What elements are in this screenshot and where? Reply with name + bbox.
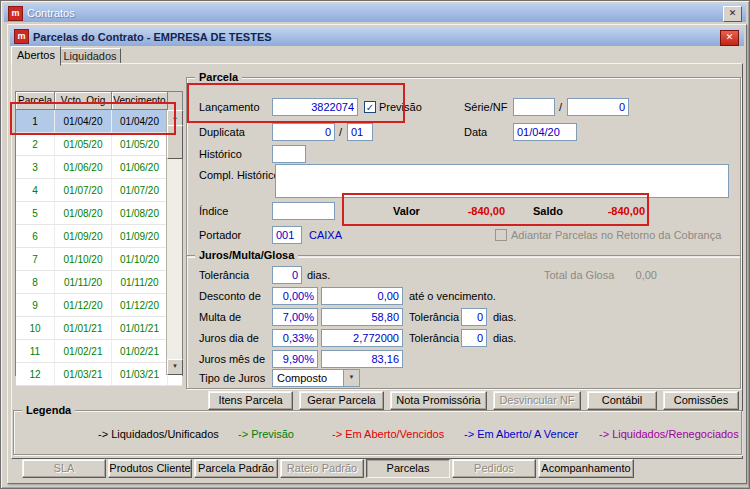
historico-input[interactable]: [272, 145, 306, 163]
scroll-down-icon[interactable]: ▼: [167, 359, 183, 375]
total-glosa-label: Total da Glosa: [544, 266, 614, 284]
data-input[interactable]: 01/04/20: [513, 123, 577, 141]
juros-group: Juros/Multa/Glosa Tolerância 0 dias. Tot…: [186, 255, 741, 389]
gerar-parcela-button[interactable]: Gerar Parcela: [299, 391, 384, 410]
outer-window-title: Contratos: [27, 7, 75, 19]
outer-close-icon[interactable]: ✕: [723, 6, 742, 22]
multa-tolerancia-input[interactable]: 0: [461, 308, 487, 326]
table-row[interactable]: 1 01/04/20 01/04/20: [16, 110, 182, 133]
cell-vcto-orig: 01/07/20: [55, 179, 112, 201]
outer-window: m Contratos ✕ m Parcelas do Contrato - E…: [0, 0, 750, 489]
juros-mes-valor-input[interactable]: 83,16: [321, 350, 403, 368]
multa-valor-input[interactable]: 58,80: [321, 308, 403, 326]
juros-dia-tolerancia-input[interactable]: 0: [461, 329, 487, 347]
compl-historico-label: Compl. Histórico: [199, 166, 280, 184]
juros-mes-pct-input[interactable]: 9,90%: [272, 350, 318, 368]
desconto-valor-input[interactable]: 0,00: [321, 287, 403, 305]
column-header-vencimento[interactable]: Vencimento: [112, 92, 168, 110]
table-row[interactable]: 12 01/03/21 01/03/21: [16, 363, 182, 386]
column-header-parcela[interactable]: Parcela: [16, 92, 55, 110]
juros-dia-suffix: dias.: [493, 329, 516, 347]
parcelas-button[interactable]: Parcelas: [366, 459, 450, 478]
scroll-up-icon[interactable]: ▲: [167, 110, 183, 126]
column-header-vcto-orig[interactable]: Vcto. Orig: [55, 92, 112, 110]
compl-historico-input[interactable]: [275, 164, 729, 198]
cell-vcto-orig: 01/08/20: [55, 202, 112, 224]
table-row[interactable]: 11 01/02/21 01/02/21: [16, 340, 182, 363]
duplicata-seq-input[interactable]: 01: [347, 123, 373, 141]
nota-promissoria-button[interactable]: Nota Promissória: [390, 391, 487, 410]
contabil-button[interactable]: Contábil: [587, 391, 657, 410]
legenda-title: Legenda: [22, 404, 75, 416]
juros-dia-pct-input[interactable]: 0,33%: [272, 329, 318, 347]
indice-input[interactable]: [272, 202, 335, 220]
dropdown-arrow-icon[interactable]: ▼: [343, 370, 359, 386]
cell-vencimento: 01/06/20: [112, 156, 168, 178]
juros-dia-tolerancia-label: Tolerância: [409, 329, 459, 347]
cell-parcela: 12: [16, 363, 55, 385]
tolerancia-input[interactable]: 0: [272, 266, 302, 284]
cell-parcela: 3: [16, 156, 55, 178]
desconto-pct-input[interactable]: 0,00%: [272, 287, 318, 305]
cell-vencimento: 01/12/20: [112, 294, 168, 316]
tipo-juros-label: Tipo de Juros: [199, 369, 265, 387]
portador-input[interactable]: 001: [272, 226, 302, 244]
desvincular-nf-button: Desvincular NF: [493, 391, 581, 410]
legend-previsao: -> Previsão: [238, 428, 294, 440]
table-scrollbar[interactable]: ▲ ▼: [166, 110, 182, 375]
table-row[interactable]: 9 01/12/20 01/12/20: [16, 294, 182, 317]
cell-parcela: 2: [16, 133, 55, 155]
cell-vcto-orig: 01/12/20: [55, 294, 112, 316]
tipo-juros-select[interactable]: Composto ▼: [272, 369, 360, 387]
inner-close-icon[interactable]: ✕: [720, 30, 739, 46]
serie-input[interactable]: [513, 98, 555, 116]
juros-group-title: Juros/Multa/Glosa: [195, 249, 298, 261]
parcela-padrao-button[interactable]: Parcela Padrão: [194, 459, 278, 478]
juros-dia-valor-input[interactable]: 2,772000: [321, 329, 403, 347]
table-row[interactable]: 10 01/01/21 01/01/21: [16, 317, 182, 340]
cell-parcela: 6: [16, 225, 55, 247]
outer-titlebar[interactable]: m Contratos ✕: [4, 4, 746, 22]
table-row[interactable]: 3 01/06/20 01/06/20: [16, 156, 182, 179]
parcela-group: Parcela Lançamento 3822074 ✓ Previsão Sé…: [186, 77, 741, 257]
cell-vcto-orig: 01/02/21: [55, 340, 112, 362]
table-row[interactable]: 6 01/09/20 01/09/20: [16, 225, 182, 248]
itens-parcela-button[interactable]: Itens Parcela: [208, 391, 293, 410]
valor-label: Valor: [393, 202, 420, 220]
comissoes-button[interactable]: Comissões: [663, 391, 739, 410]
cell-parcela: 7: [16, 248, 55, 270]
serie-nf-label: Série/NF: [464, 98, 507, 116]
scrollbar-thumb[interactable]: [167, 125, 183, 159]
table-header: Parcela Vcto. Orig Vencimento: [16, 92, 182, 110]
cell-vencimento: 01/09/20: [112, 225, 168, 247]
acompanhamento-button[interactable]: Acompanhamento: [538, 459, 634, 478]
table-row[interactable]: 7 01/10/20 01/10/20: [16, 248, 182, 271]
legend-em-aberto-vencidos: -> Em Aberto/Vencidos: [332, 428, 444, 440]
table-row[interactable]: 8 01/11/20 01/11/20: [16, 271, 182, 294]
lancamento-input[interactable]: 3822074: [272, 98, 358, 116]
table-row[interactable]: 2 01/05/20 01/05/20: [16, 133, 182, 156]
cell-vencimento: 01/02/21: [112, 340, 168, 362]
produtos-cliente-button[interactable]: Produtos Cliente: [108, 459, 192, 478]
cell-vcto-orig: 01/03/21: [55, 363, 112, 385]
cell-vencimento: 01/01/21: [112, 317, 168, 339]
cell-parcela: 9: [16, 294, 55, 316]
cell-parcela: 4: [16, 179, 55, 201]
table-row[interactable]: 4 01/07/20 01/07/20: [16, 179, 182, 202]
valor-value: -840,00: [427, 202, 505, 220]
indice-label: Índice: [199, 202, 228, 220]
multa-pct-input[interactable]: 7,00%: [272, 308, 318, 326]
duplicata-separator: /: [339, 123, 342, 141]
table-row[interactable]: 5 01/08/20 01/08/20: [16, 202, 182, 225]
cell-vencimento: 01/11/20: [112, 271, 168, 293]
cell-vencimento: 01/04/20: [112, 110, 168, 132]
tab-abertos[interactable]: Abertos: [11, 46, 61, 66]
cell-vcto-orig: 01/09/20: [55, 225, 112, 247]
cell-vencimento: 01/08/20: [112, 202, 168, 224]
nf-input[interactable]: 0: [567, 98, 629, 116]
inner-titlebar[interactable]: m Parcelas do Contrato - EMPRESA DE TEST…: [10, 27, 744, 46]
cell-vcto-orig: 01/05/20: [55, 133, 112, 155]
rateio-padrao-button: Rateio Padrão: [280, 459, 364, 478]
duplicata-input[interactable]: 0: [272, 123, 335, 141]
previsao-checkbox[interactable]: ✓: [364, 101, 376, 113]
